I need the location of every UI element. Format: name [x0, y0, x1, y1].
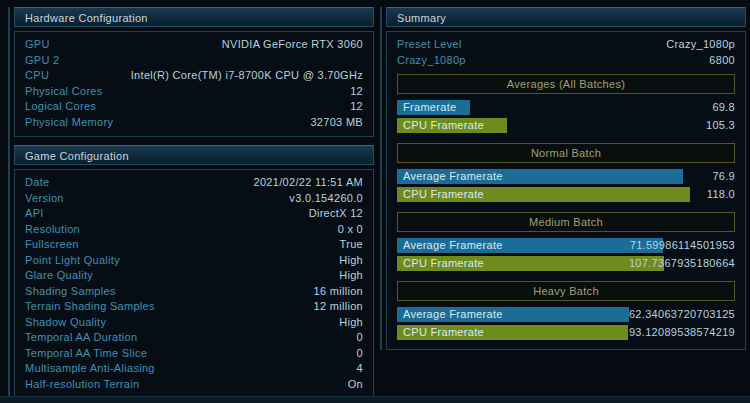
game-row: Fullscreen True: [25, 237, 363, 253]
bar-row-avg-framerate: Average Framerate 71.59986114501953: [397, 238, 735, 253]
game-row: Date 2021/02/22 11:51 AM: [25, 175, 363, 191]
summary-panel: Summary Preset Level Crazy_1080p Crazy_1…: [380, 7, 746, 350]
summary-info-rows: Preset Level Crazy_1080p Crazy_1080p 680…: [397, 37, 735, 68]
summary-header: Summary: [386, 7, 746, 27]
bar-value: 69.8: [712, 100, 735, 115]
summary-info-label: Preset Level: [397, 37, 462, 53]
summary-info-row: Preset Level Crazy_1080p: [397, 37, 735, 53]
bar-label: CPU Framerate: [403, 119, 484, 131]
bar-row-cpu-framerate: CPU Framerate 105.3: [397, 118, 735, 133]
game-row-value: 0 x 0: [338, 222, 363, 238]
bar-label: Average Framerate: [403, 239, 503, 251]
average-framerate-bar: Average Framerate: [397, 169, 683, 184]
game-row-label: Glare Quality: [25, 268, 93, 284]
game-row: Temporal AA Duration 0: [25, 330, 363, 346]
bar-value: 118.0: [707, 187, 735, 202]
summary-info-label: Crazy_1080p: [397, 53, 466, 69]
bar-row-cpu-framerate: CPU Framerate 107.7367935180664: [397, 256, 735, 271]
game-row-label: Temporal AA Duration: [25, 330, 137, 346]
game-row: API DirectX 12: [25, 206, 363, 222]
averages-all-batches-heading: Averages (All Batches): [397, 74, 735, 94]
game-row-value: DirectX 12: [309, 206, 363, 222]
bar-label: CPU Framerate: [403, 257, 484, 269]
hardware-configuration-box: GPU NVIDIA GeForce RTX 3060 GPU 2 CPU In…: [14, 31, 374, 137]
bar-row-cpu-framerate: CPU Framerate 93.12089538574219: [397, 325, 735, 340]
hardware-row-label: Logical Cores: [25, 99, 96, 115]
game-row: Glare Quality High: [25, 268, 363, 284]
game-row-value: High: [339, 268, 363, 284]
hardware-row-value: 12: [350, 84, 363, 100]
summary-info-value: 6800: [709, 53, 735, 69]
game-row: Shadow Quality High: [25, 315, 363, 331]
bar-row-cpu-framerate: CPU Framerate 118.0: [397, 187, 735, 202]
game-row-label: Date: [25, 175, 49, 191]
game-row: Multisample Anti-Aliasing 4: [25, 361, 363, 377]
summary-info-value: Crazy_1080p: [666, 37, 735, 53]
hardware-row-value: 12: [350, 99, 363, 115]
game-row-value: v3.0.154260.0: [289, 191, 363, 207]
hardware-row-label: Physical Memory: [25, 115, 113, 131]
bar-value: 62.34063720703125: [629, 307, 735, 322]
bar-row-avg-framerate: Average Framerate 76.9: [397, 169, 735, 184]
bar-value: 107.7367935180664: [629, 256, 735, 271]
game-row-label: Multisample Anti-Aliasing: [25, 361, 155, 377]
hardware-game-panel: Hardware Configuration GPU NVIDIA GeForc…: [8, 7, 374, 399]
game-row-label: Fullscreen: [25, 237, 79, 253]
framerate-bar: Framerate: [397, 100, 470, 115]
hardware-row: Logical Cores 12: [25, 99, 363, 115]
game-row-value: 4: [357, 361, 363, 377]
game-row-value: High: [339, 253, 363, 269]
medium-batch-heading: Medium Batch: [397, 212, 735, 232]
bar-row-framerate: Framerate 69.8: [397, 100, 735, 115]
hardware-row-value: NVIDIA GeForce RTX 3060: [222, 37, 363, 53]
game-row-label: Point Light Quality: [25, 253, 120, 269]
game-row-label: Terrain Shading Samples: [25, 299, 155, 315]
summary-info-row: Crazy_1080p 6800: [397, 53, 735, 69]
game-row: Half-resolution Terrain On: [25, 377, 363, 393]
hardware-row: GPU 2: [25, 53, 363, 69]
hardware-row: CPU Intel(R) Core(TM) i7-8700K CPU @ 3.7…: [25, 68, 363, 84]
window-bottom-edge: [0, 396, 750, 403]
cpu-framerate-bar: CPU Framerate: [397, 118, 507, 133]
hardware-row-label: CPU: [25, 68, 49, 84]
game-row: Shading Samples 16 million: [25, 284, 363, 300]
game-row: Version v3.0.154260.0: [25, 191, 363, 207]
game-row-value: 12 million: [314, 299, 363, 315]
game-row-label: Resolution: [25, 222, 80, 238]
hardware-row: Physical Memory 32703 MB: [25, 115, 363, 131]
normal-batch-heading: Normal Batch: [397, 143, 735, 163]
hardware-row-value: 32703 MB: [310, 115, 363, 131]
game-row: Temporal AA Time Slice 0: [25, 346, 363, 362]
game-row: Terrain Shading Samples 12 million: [25, 299, 363, 315]
hardware-row-label: Physical Cores: [25, 84, 103, 100]
hardware-row: Physical Cores 12: [25, 84, 363, 100]
game-row-value: 16 million: [314, 284, 363, 300]
average-framerate-bar: Average Framerate: [397, 238, 663, 253]
game-row-value: 0: [357, 330, 363, 346]
bar-value: 93.12089538574219: [629, 325, 735, 340]
heavy-batch-heading: Heavy Batch: [397, 281, 735, 301]
hardware-row-label: GPU: [25, 37, 50, 53]
game-row-label: Half-resolution Terrain: [25, 377, 139, 393]
cpu-framerate-bar: CPU Framerate: [397, 256, 664, 271]
bar-value: 105.3: [706, 118, 735, 133]
hardware-row-value: Intel(R) Core(TM) i7-8700K CPU @ 3.70GHz: [131, 68, 363, 84]
bar-value: 76.9: [712, 169, 735, 184]
bar-label: CPU Framerate: [403, 188, 484, 200]
game-configuration-header: Game Configuration: [14, 145, 374, 165]
game-row-value: 0: [357, 346, 363, 362]
game-row-label: Shading Samples: [25, 284, 116, 300]
game-row-label: Temporal AA Time Slice: [25, 346, 147, 362]
game-row-value: 2021/02/22 11:51 AM: [254, 175, 363, 191]
hardware-configuration-header: Hardware Configuration: [14, 7, 374, 27]
bar-label: Average Framerate: [403, 170, 503, 182]
hardware-row-label: GPU 2: [25, 53, 60, 69]
game-row-label: Shadow Quality: [25, 315, 106, 331]
average-framerate-bar: Average Framerate: [397, 307, 629, 322]
game-row-label: API: [25, 206, 44, 222]
bar-label: CPU Framerate: [403, 326, 484, 338]
bar-label: Framerate: [403, 101, 456, 113]
cpu-framerate-bar: CPU Framerate: [397, 325, 628, 340]
hardware-row: GPU NVIDIA GeForce RTX 3060: [25, 37, 363, 53]
game-row: Resolution 0 x 0: [25, 222, 363, 238]
